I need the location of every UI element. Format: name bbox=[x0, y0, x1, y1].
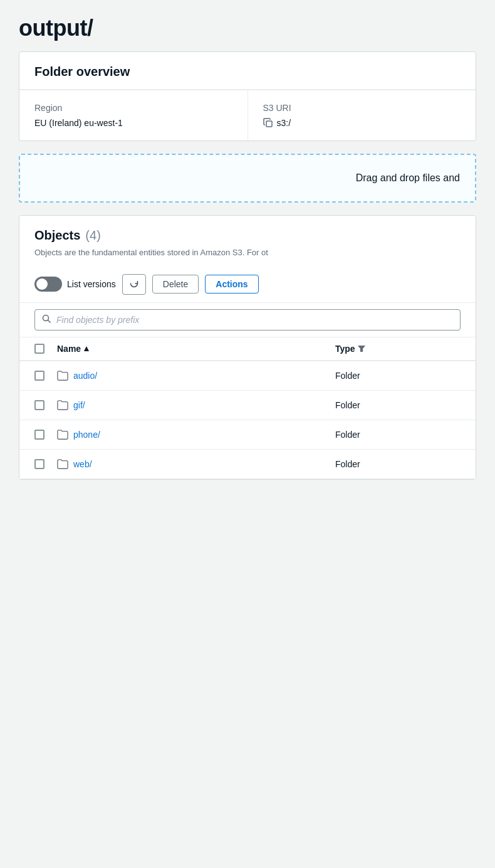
row-checkbox-1[interactable] bbox=[34, 400, 44, 410]
region-col: Region EU (Ireland) eu-west-1 bbox=[19, 90, 248, 140]
s3-uri-label: S3 URI bbox=[263, 103, 461, 113]
folder-link-0[interactable]: audio/ bbox=[73, 371, 97, 381]
row-checkbox-0[interactable] bbox=[34, 371, 44, 381]
table-row: web/ Folder bbox=[19, 450, 476, 479]
search-bar bbox=[19, 303, 476, 337]
folder-overview-title: Folder overview bbox=[34, 65, 130, 78]
name-sort-icon bbox=[83, 346, 90, 352]
name-column-header[interactable]: Name bbox=[57, 344, 335, 354]
refresh-icon bbox=[129, 278, 139, 290]
toggle-track bbox=[34, 277, 62, 292]
svg-rect-0 bbox=[266, 121, 272, 127]
copy-icon[interactable] bbox=[263, 118, 273, 128]
objects-card: Objects (4) Objects are the fundamental … bbox=[19, 215, 476, 480]
s3-uri-value: s3:/ bbox=[263, 118, 461, 128]
folder-icon-3 bbox=[57, 458, 68, 470]
type-filter-icon bbox=[358, 346, 365, 352]
select-all-col bbox=[34, 344, 57, 354]
drop-zone[interactable]: Drag and drop files and bbox=[19, 154, 476, 203]
actions-button[interactable]: Actions bbox=[205, 275, 258, 294]
list-versions-toggle[interactable] bbox=[34, 277, 62, 292]
type-column-header[interactable]: Type bbox=[335, 344, 461, 354]
svg-marker-3 bbox=[84, 346, 89, 351]
objects-title-row: Objects (4) bbox=[34, 228, 461, 243]
delete-button[interactable]: Delete bbox=[152, 275, 199, 294]
drop-zone-text: Drag and drop files and bbox=[356, 172, 460, 184]
folder-overview-header: Folder overview bbox=[19, 52, 476, 90]
folder-icon-0 bbox=[57, 370, 68, 381]
objects-header: Objects (4) Objects are the fundamental … bbox=[19, 216, 476, 267]
folder-link-1[interactable]: gif/ bbox=[73, 400, 85, 410]
type-cell-1: Folder bbox=[335, 400, 360, 410]
s3-uri-text: s3:/ bbox=[277, 118, 291, 128]
type-cell-2: Folder bbox=[335, 430, 360, 440]
folder-icon-1 bbox=[57, 400, 68, 411]
objects-table: Name Type bbox=[19, 337, 476, 479]
select-all-checkbox[interactable] bbox=[34, 344, 44, 354]
objects-description: Objects are the fundamental entities sto… bbox=[34, 246, 461, 259]
row-checkbox-3[interactable] bbox=[34, 459, 44, 469]
objects-toolbar: List versions Delete Actions bbox=[19, 267, 476, 303]
folder-link-2[interactable]: phone/ bbox=[73, 430, 100, 440]
refresh-button[interactable] bbox=[122, 274, 146, 295]
region-label: Region bbox=[34, 103, 232, 113]
svg-line-2 bbox=[48, 320, 51, 322]
list-versions-toggle-container: List versions bbox=[34, 277, 116, 292]
table-row: gif/ Folder bbox=[19, 391, 476, 420]
s3-uri-col: S3 URI s3:/ bbox=[248, 90, 476, 140]
objects-count: (4) bbox=[85, 228, 100, 243]
svg-marker-4 bbox=[358, 346, 365, 352]
folder-link-3[interactable]: web/ bbox=[73, 459, 92, 469]
page-title: output/ bbox=[19, 15, 476, 41]
type-cell-3: Folder bbox=[335, 459, 360, 469]
table-row: phone/ Folder bbox=[19, 420, 476, 450]
list-versions-label: List versions bbox=[67, 279, 116, 289]
folder-icon-2 bbox=[57, 429, 68, 440]
row-checkbox-2[interactable] bbox=[34, 430, 44, 440]
folder-overview-card: Folder overview Region EU (Ireland) eu-w… bbox=[19, 51, 476, 141]
table-row: audio/ Folder bbox=[19, 361, 476, 391]
objects-title: Objects bbox=[34, 228, 80, 243]
search-input-wrapper bbox=[34, 309, 461, 331]
toggle-thumb bbox=[36, 278, 48, 290]
page-header: output/ bbox=[0, 0, 495, 51]
type-cell-0: Folder bbox=[335, 371, 360, 381]
region-value: EU (Ireland) eu-west-1 bbox=[34, 118, 232, 128]
name-column-label: Name bbox=[57, 344, 81, 354]
overview-grid: Region EU (Ireland) eu-west-1 S3 URI s3:… bbox=[19, 90, 476, 140]
search-icon bbox=[41, 314, 51, 326]
table-header-row: Name Type bbox=[19, 337, 476, 361]
type-column-label: Type bbox=[335, 344, 355, 354]
search-input[interactable] bbox=[56, 315, 454, 325]
